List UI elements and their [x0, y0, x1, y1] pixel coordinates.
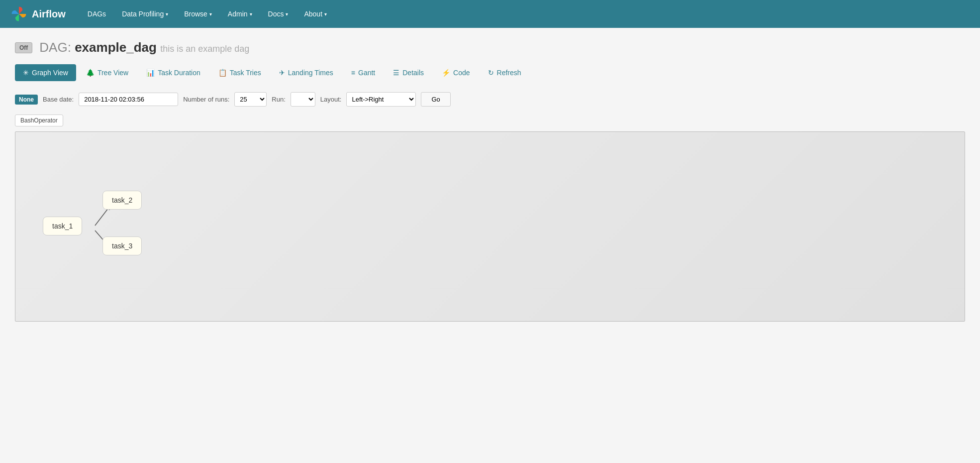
base-date-input[interactable]: [79, 93, 178, 106]
refresh-icon: ↻: [488, 69, 494, 77]
task-node-task1[interactable]: task_1: [43, 217, 82, 235]
caret-icon: ▾: [324, 11, 327, 17]
legend-item-bashoperator[interactable]: BashOperator: [15, 115, 63, 126]
dag-title: DAG: example_dag this is an example dag: [39, 40, 249, 55]
nav-admin[interactable]: Admin ▾: [221, 6, 259, 22]
graph-edges-svg: [15, 132, 965, 321]
caret-icon: ▾: [250, 11, 252, 17]
caret-icon: ▾: [286, 11, 288, 17]
none-badge: None: [15, 95, 38, 105]
legend: BashOperator: [15, 115, 965, 126]
go-button[interactable]: Go: [421, 92, 450, 107]
gantt-icon: ≡: [351, 69, 355, 77]
nav-links: DAGs Data Profiling ▾ Browse ▾ Admin ▾ D…: [81, 6, 334, 22]
tab-details[interactable]: ☰ Details: [385, 64, 432, 81]
tab-tree-view[interactable]: 🌲 Tree View: [78, 64, 136, 81]
controls-bar: None Base date: Number of runs: 25 Run: …: [15, 92, 965, 107]
layout-select[interactable]: Left->Right Top->Bottom: [346, 92, 416, 107]
tab-gantt[interactable]: ≡ Gantt: [343, 64, 383, 81]
run-label: Run:: [272, 96, 285, 103]
airflow-logo-icon: [10, 5, 28, 23]
landing-icon: ✈: [279, 69, 285, 77]
dag-name: example_dag: [75, 40, 157, 55]
tab-code[interactable]: ⚡ Code: [434, 64, 478, 81]
tab-landing-times[interactable]: ✈ Landing Times: [271, 64, 341, 81]
nav-browse[interactable]: Browse ▾: [177, 6, 219, 22]
nav-docs[interactable]: Docs ▾: [261, 6, 295, 22]
graph-icon: ✳: [23, 69, 29, 77]
tab-graph-view[interactable]: ✳ Graph View: [15, 64, 76, 81]
runs-label: Number of runs:: [183, 96, 229, 103]
code-icon: ⚡: [442, 69, 450, 77]
run-select[interactable]: [291, 92, 315, 107]
navbar: Airflow DAGs Data Profiling ▾ Browse ▾ A…: [0, 0, 980, 28]
tab-refresh[interactable]: ↻ Refresh: [480, 64, 529, 81]
nav-about[interactable]: About ▾: [297, 6, 334, 22]
page-header: Off DAG: example_dag this is an example …: [15, 40, 965, 55]
base-date-label: Base date:: [43, 96, 74, 103]
runs-select[interactable]: 25: [234, 92, 267, 107]
graph-area: task_1 task_2 task_3: [15, 131, 965, 322]
tab-task-duration[interactable]: 📊 Task Duration: [138, 64, 208, 81]
task-tries-icon: 📋: [218, 69, 227, 77]
task-node-task2[interactable]: task_2: [102, 191, 142, 210]
layout-label: Layout:: [320, 96, 342, 103]
dag-description: this is an example dag: [160, 44, 249, 54]
tab-task-tries[interactable]: 📋 Task Tries: [210, 64, 269, 81]
caret-icon: ▾: [209, 11, 212, 17]
nav-data-profiling[interactable]: Data Profiling ▾: [115, 6, 175, 22]
tree-icon: 🌲: [86, 69, 95, 77]
caret-icon: ▾: [166, 11, 168, 17]
bar-chart-icon: 📊: [146, 69, 155, 77]
details-icon: ☰: [393, 69, 399, 77]
nav-brand[interactable]: Airflow: [10, 5, 66, 23]
nav-dags[interactable]: DAGs: [81, 6, 113, 22]
task-node-task3[interactable]: task_3: [102, 236, 142, 255]
view-tabs: ✳ Graph View 🌲 Tree View 📊 Task Duration…: [15, 64, 965, 81]
dag-toggle[interactable]: Off: [15, 42, 32, 53]
graph-inner: task_1 task_2 task_3: [15, 132, 965, 321]
main-content: Off DAG: example_dag this is an example …: [0, 28, 980, 334]
